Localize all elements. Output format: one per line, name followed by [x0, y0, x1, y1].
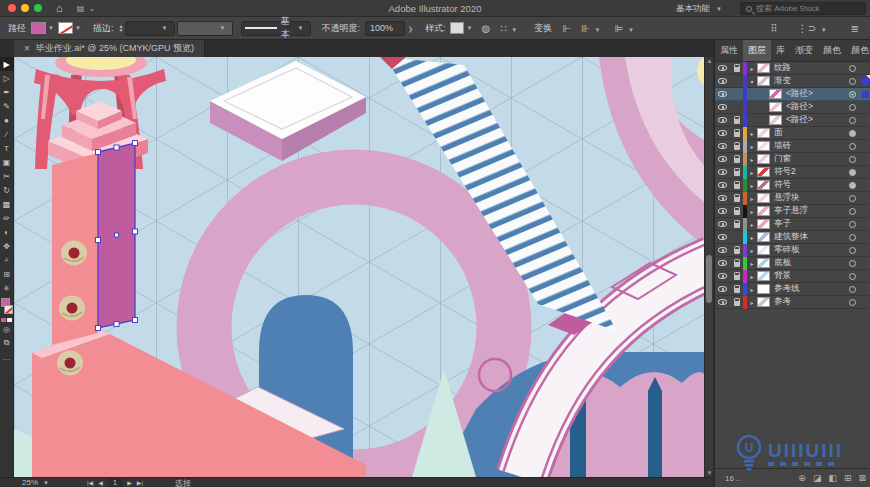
panel-tab-5[interactable]: 颜色 [818, 40, 846, 61]
paintbrush-tool[interactable]: ✏ [0, 211, 14, 225]
ellipse-tool[interactable]: ● [0, 113, 14, 127]
fill-color-swatch[interactable] [31, 22, 46, 34]
target-circle[interactable] [845, 117, 859, 124]
layer-name[interactable]: 墙砖 [774, 140, 845, 152]
layer-row[interactable]: ▸零碎板 [715, 244, 870, 257]
layer-sub-row[interactable]: <路径> [715, 114, 870, 127]
expand-arrow-icon[interactable]: ▸ [747, 169, 757, 176]
type-tool[interactable]: T [0, 141, 14, 155]
layer-thumbnail[interactable] [757, 141, 770, 151]
gradient-tool[interactable]: ▩ [0, 197, 14, 211]
layer-name[interactable]: <路径> [786, 114, 845, 126]
expand-arrow-icon[interactable]: ▸ [747, 273, 757, 280]
layer-thumbnail[interactable] [757, 128, 770, 138]
layer-name[interactable]: <路径> [786, 101, 845, 113]
layer-name[interactable]: 门窗 [774, 153, 845, 165]
visibility-toggle[interactable] [715, 156, 730, 162]
panel-options-icon[interactable]: ≣ [851, 23, 859, 34]
target-circle[interactable] [845, 221, 859, 228]
layer-name[interactable]: 符号2 [774, 166, 845, 178]
layer-name[interactable]: 底板 [774, 257, 845, 269]
stroke-proxy[interactable] [4, 305, 13, 314]
target-circle[interactable] [845, 208, 859, 215]
line-segment-tool[interactable]: ∕ [0, 127, 14, 141]
clipping-mask-icon[interactable]: ◪ [813, 473, 822, 483]
screen-mode-icon[interactable]: ⧉ [0, 336, 14, 350]
expand-arrow-icon[interactable]: ▸ [747, 221, 757, 228]
close-document-icon[interactable]: × [24, 43, 30, 54]
previous-artboard-button[interactable]: ◀ [98, 479, 103, 486]
zoom-tool[interactable]: ⌕ [0, 253, 14, 267]
layer-name[interactable]: 渐变 [774, 75, 845, 87]
new-sublayer-icon[interactable]: ◧ [828, 473, 837, 483]
last-artboard-button[interactable]: ▶| [137, 479, 143, 486]
target-circle[interactable] [845, 130, 859, 137]
variable-width-dropdown[interactable]: ▼ [177, 21, 233, 36]
target-circle[interactable] [845, 91, 859, 98]
visibility-toggle[interactable] [715, 91, 730, 97]
lock-toggle[interactable] [730, 194, 743, 202]
target-circle[interactable] [845, 299, 859, 306]
expand-arrow-icon[interactable]: ▸ [747, 130, 757, 137]
opacity-input[interactable]: 100% [365, 21, 405, 36]
layer-name[interactable]: 亭子悬浮 [774, 205, 845, 217]
layer-thumbnail[interactable] [757, 284, 770, 294]
visibility-toggle[interactable] [715, 78, 730, 84]
layer-thumbnail[interactable] [757, 76, 770, 86]
expand-arrow-icon[interactable]: ▸ [747, 260, 757, 267]
expand-arrow-icon[interactable]: ▸ [747, 156, 757, 163]
layer-name[interactable]: 建筑整体 [774, 231, 845, 243]
layer-row[interactable]: ▸亭子悬浮 [715, 205, 870, 218]
hand-tool[interactable]: ✥ [0, 239, 14, 253]
panel-tab-3[interactable]: 库 [771, 40, 790, 61]
lock-toggle[interactable] [730, 155, 743, 163]
first-artboard-button[interactable]: |◀ [87, 479, 93, 486]
lock-toggle[interactable] [730, 129, 743, 137]
layer-sub-row[interactable]: <路径> [715, 101, 870, 114]
layer-thumbnail[interactable] [757, 297, 770, 307]
target-circle[interactable] [845, 182, 859, 189]
layer-sub-row[interactable]: <路径> [715, 88, 870, 101]
layer-name[interactable]: 参考线 [774, 283, 845, 295]
workspace-switcher[interactable]: 基本功能 ▼ [670, 2, 732, 15]
curvature-tool[interactable]: ✎ [0, 99, 14, 113]
shape-mode-icon[interactable]: ⋮⊃ ▼ [797, 23, 830, 34]
expand-arrow-icon[interactable]: ▸ [747, 143, 757, 150]
expand-arrow-icon[interactable]: ▸ [747, 195, 757, 202]
new-layer-icon[interactable]: ⊞ [844, 473, 852, 483]
target-circle[interactable] [845, 143, 859, 150]
lock-toggle[interactable] [730, 298, 743, 306]
edit-toolbar-icon[interactable]: … [0, 350, 14, 364]
layer-name[interactable]: 参考 [774, 296, 845, 308]
layer-row[interactable]: ▾渐变 [715, 75, 870, 88]
visibility-toggle[interactable] [715, 208, 730, 214]
lock-toggle[interactable] [730, 246, 743, 254]
zoom-level-dropdown[interactable]: 25% ▼ [22, 478, 53, 487]
target-circle[interactable] [845, 65, 859, 72]
layer-row[interactable]: ▸参考 [715, 296, 870, 309]
layer-row[interactable]: ▸亭子 [715, 218, 870, 231]
expand-arrow-icon[interactable]: ▾ [747, 78, 757, 85]
layer-thumbnail[interactable] [757, 193, 770, 203]
layer-row[interactable]: ▸面 [715, 127, 870, 140]
delete-layer-icon[interactable]: ⊠ [858, 473, 866, 483]
scroll-up-icon[interactable]: ▲ [706, 58, 713, 64]
stroke-chevron-icon[interactable]: ▼ [75, 25, 81, 31]
lock-toggle[interactable] [730, 64, 743, 72]
lock-toggle[interactable] [730, 142, 743, 150]
target-circle[interactable] [845, 234, 859, 241]
visibility-toggle[interactable] [715, 273, 730, 279]
layer-thumbnail[interactable] [769, 102, 782, 112]
visibility-toggle[interactable] [715, 260, 730, 266]
selection-tool[interactable]: ▶ [0, 57, 14, 71]
scrollbar-thumb[interactable] [706, 255, 712, 303]
brush-definition-dropdown[interactable]: 基本 ▼ [241, 21, 311, 36]
layer-thumbnail[interactable] [769, 89, 782, 99]
layer-thumbnail[interactable] [757, 180, 770, 190]
target-circle[interactable] [845, 286, 859, 293]
layer-row[interactable]: ▸悬浮块 [715, 192, 870, 205]
target-circle[interactable] [845, 273, 859, 280]
visibility-toggle[interactable] [715, 65, 730, 71]
layer-thumbnail[interactable] [757, 258, 770, 268]
align-pixel-grid-icon[interactable]: ∷ ▼ [500, 23, 521, 34]
